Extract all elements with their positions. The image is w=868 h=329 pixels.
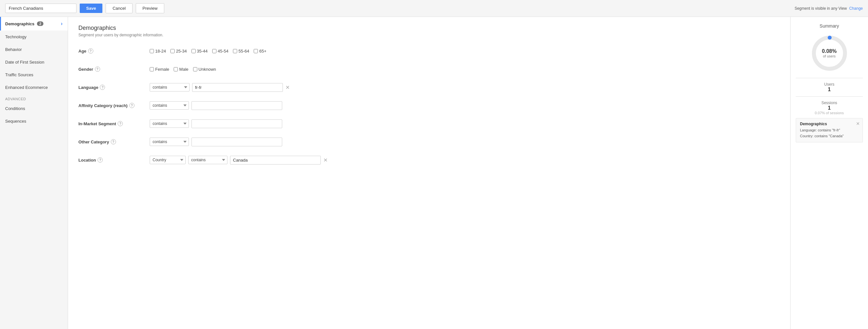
other-category-help-icon[interactable]: ? [111,139,116,144]
summary-percentage-label: of users [822,54,837,58]
save-button[interactable]: Save [80,4,102,13]
sidebar-item-label: Sequences [5,119,26,124]
in-market-row: In-Market Segment ? contains exactly mat… [79,118,780,130]
gender-female[interactable]: Female [150,67,169,72]
content-subtitle: Segment your users by demographic inform… [79,33,780,37]
summary-donut-container: 0.08% of users [796,34,863,73]
affinity-controls: contains exactly matches begins with end… [150,101,282,110]
age-18-24[interactable]: 18-24 [150,49,166,54]
location-label: Location ? [79,157,150,163]
demographics-card-close-icon[interactable]: ✕ [856,121,860,126]
gender-checkboxes: Female Male Unknown [150,67,216,72]
affinity-category-label: Affinity Category (reach) ? [79,103,150,108]
language-controls: contains exactly matches begins with end… [150,83,290,92]
location-dimension-select[interactable]: Country City Region Sub Continent Contin… [150,156,186,164]
in-market-value-input[interactable] [191,119,282,128]
visibility-text: Segment is visible in any View Change [795,6,863,11]
sidebar-item-enhanced-ecommerce[interactable]: Enhanced Ecommerce [0,81,68,94]
affinity-category-row: Affinity Category (reach) ? contains exa… [79,100,780,111]
affinity-help-icon[interactable]: ? [129,103,134,108]
other-category-label: Other Category ? [79,139,150,144]
gender-help-icon[interactable]: ? [95,66,100,72]
users-label: Users [796,82,863,87]
location-value-input[interactable] [230,156,321,165]
sidebar-item-demographics[interactable]: Demographics 2 › [0,17,68,30]
sidebar-item-label: Technology [5,34,27,39]
language-help-icon[interactable]: ? [100,85,105,90]
content-area: Demographics Segment your users by demog… [68,17,790,329]
age-help-icon[interactable]: ? [88,48,93,54]
age-25-34[interactable]: 25-34 [170,49,187,54]
sidebar-item-label: Traffic Sources [5,72,33,77]
demographics-card-title: Demographics [800,122,859,126]
sidebar-item-label: Demographics [5,21,34,26]
content-title: Demographics [79,25,780,31]
gender-unknown[interactable]: Unknown [193,67,216,72]
summary-panel: Summary 0.08% of users Users 1 [790,17,868,329]
top-bar: Save Cancel Preview Segment is visible i… [0,0,868,17]
language-condition-select[interactable]: contains exactly matches begins with end… [150,83,190,91]
sessions-label: Sessions [796,101,863,105]
summary-percentage: 0.08% [822,48,837,54]
sidebar-item-label: Conditions [5,106,25,111]
other-category-condition-select[interactable]: contains exactly matches begins with end… [150,138,189,146]
segment-name-input[interactable] [5,4,76,13]
in-market-condition-select[interactable]: contains exactly matches begins with end… [150,119,189,128]
age-45-54[interactable]: 45-54 [212,49,228,54]
gender-row: Gender ? Female Male Unknown [79,63,780,75]
age-65plus[interactable]: 65+ [254,49,266,54]
users-value: 1 [796,87,863,92]
age-35-44[interactable]: 35-44 [191,49,208,54]
other-category-row: Other Category ? contains exactly matche… [79,136,780,148]
age-row: Age ? 18-24 25-34 35-44 45-54 55-64 [79,45,780,57]
sessions-value: 1 [796,105,863,111]
advanced-section-label: Advanced [0,94,68,102]
gender-label: Gender ? [79,66,150,72]
other-category-value-input[interactable] [191,138,282,146]
demographics-badge: 2 [37,21,43,26]
in-market-controls: contains exactly matches begins with end… [150,119,282,128]
summary-demographics-card: ✕ Demographics Language: contains "fr-fr… [796,118,863,142]
sessions-pct-label: 0.07% of sessions [796,111,863,115]
summary-title: Summary [796,23,863,29]
in-market-label: In-Market Segment ? [79,121,150,126]
sidebar-item-date-of-first-session[interactable]: Date of First Session [0,56,68,68]
main-layout: Demographics 2 › Technology Behavior Dat… [0,17,868,329]
location-condition-select[interactable]: contains exactly matches begins with end… [188,156,227,164]
users-stat: Users 1 [796,82,863,92]
language-value-input[interactable] [192,83,283,92]
demographics-card-detail1: Language: contains "fr-fr" [800,128,859,133]
summary-divider-1 [796,78,863,78]
sidebar-item-label: Date of First Session [5,60,44,64]
sidebar-item-sequences[interactable]: Sequences [0,115,68,128]
sidebar-item-conditions[interactable]: Conditions [0,102,68,115]
in-market-help-icon[interactable]: ? [118,121,123,126]
sidebar-item-technology[interactable]: Technology [0,30,68,43]
location-clear-icon[interactable]: ✕ [323,157,328,163]
sidebar-item-label: Behavior [5,47,22,52]
language-label: Language ? [79,85,150,90]
other-category-controls: contains exactly matches begins with end… [150,138,282,146]
age-55-64[interactable]: 55-64 [233,49,249,54]
summary-donut-text: 0.08% of users [822,48,837,58]
location-controls: Country City Region Sub Continent Contin… [150,156,328,165]
demographics-card-detail2: Country: contains "Canada" [800,133,859,139]
summary-donut: 0.08% of users [810,34,849,73]
affinity-value-input[interactable] [191,101,282,110]
sidebar-item-behavior[interactable]: Behavior [0,43,68,56]
gender-male[interactable]: Male [174,67,188,72]
summary-divider-2 [796,97,863,97]
language-row: Language ? contains exactly matches begi… [79,81,780,93]
sidebar-arrow-icon: › [61,21,63,27]
sessions-stat: Sessions 1 0.07% of sessions [796,101,863,115]
age-checkboxes: 18-24 25-34 35-44 45-54 55-64 65+ [150,49,266,54]
language-clear-icon[interactable]: ✕ [285,84,290,90]
age-label: Age ? [79,48,150,54]
change-link[interactable]: Change [849,6,863,11]
cancel-button[interactable]: Cancel [105,3,132,13]
sidebar-item-label: Enhanced Ecommerce [5,85,48,90]
affinity-condition-select[interactable]: contains exactly matches begins with end… [150,101,189,110]
location-help-icon[interactable]: ? [97,157,103,163]
preview-button[interactable]: Preview [136,3,164,13]
sidebar-item-traffic-sources[interactable]: Traffic Sources [0,68,68,81]
